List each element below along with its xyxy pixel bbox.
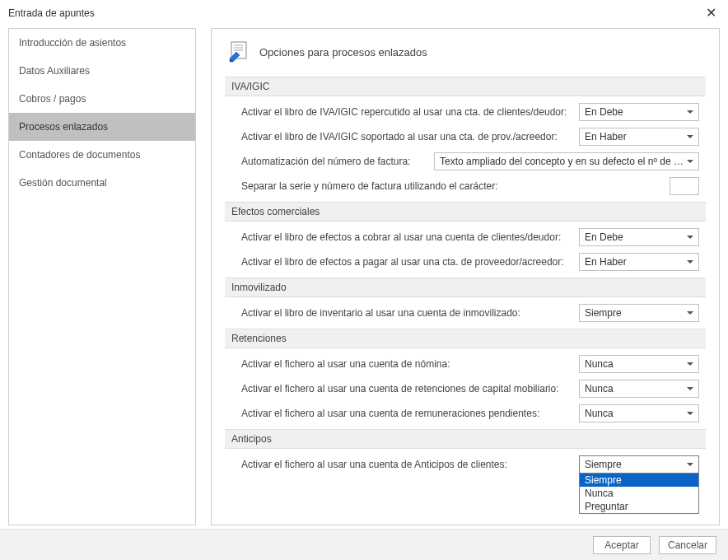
row-ret-capital: Activar el fichero al usar una cuenta de… (225, 376, 706, 401)
row-separador: Separar la serie y número de factura uti… (225, 174, 706, 198)
row-anticipos-clientes: Activar el fichero al usar una cuenta de… (225, 452, 706, 477)
row-efectos-pagar: Activar el libro de efectos a pagar al u… (225, 250, 706, 274)
section-header-iva: IVA/IGIC (225, 77, 706, 96)
combo-efectos-cobrar[interactable]: En Debe (579, 228, 699, 246)
sidebar-item-datos-auxiliares[interactable]: Datos Auxiliares (9, 57, 195, 85)
row-iva-repercutido: Activar el libro de IVA/IGIC repercutido… (225, 100, 706, 124)
main-header: Opciones para procesos enlazados (225, 40, 706, 63)
input-separador[interactable] (670, 177, 699, 195)
dropdown-item-preguntar[interactable]: Preguntar (580, 500, 698, 513)
combo-efectos-pagar[interactable]: En Haber (579, 253, 699, 271)
section-header-anticipos: Anticipos (225, 429, 706, 449)
label-iva-repercutido: Activar el libro de IVA/IGIC repercutido… (241, 106, 571, 118)
combo-anticipos-clientes[interactable]: Siempre Siempre Nunca Preguntar (579, 455, 699, 474)
sidebar-item-contadores[interactable]: Contadores de documentos (9, 141, 195, 169)
chevron-down-icon (687, 135, 693, 138)
row-ret-remun: Activar el fichero al usar una cuenta de… (225, 401, 706, 426)
combo-ret-remun[interactable]: Nunca (579, 404, 699, 422)
sidebar-item-introduccion[interactable]: Introducción de asientos (9, 29, 195, 57)
main-panel: Opciones para procesos enlazados IVA/IGI… (211, 28, 720, 525)
combo-iva-soportado[interactable]: En Haber (579, 128, 699, 146)
label-efectos-cobrar: Activar el libro de efectos a cobrar al … (241, 231, 571, 243)
chevron-down-icon (687, 387, 693, 390)
chevron-down-icon (687, 412, 693, 415)
cancel-button[interactable]: Cancelar (659, 536, 716, 554)
chevron-down-icon (687, 463, 693, 466)
window-title: Entrada de apuntes (8, 7, 95, 19)
titlebar: Entrada de apuntes ✕ (0, 0, 728, 25)
content-area: Introducción de asientos Datos Auxiliare… (0, 25, 728, 525)
chevron-down-icon (687, 110, 693, 114)
sidebar-item-procesos-enlazados[interactable]: Procesos enlazados (9, 113, 195, 141)
row-efectos-cobrar: Activar el libro de efectos a cobrar al … (225, 225, 706, 250)
footer: Aceptar Cancelar (0, 529, 728, 560)
label-ret-nomina: Activar el fichero al usar una cuenta de… (241, 358, 571, 370)
combo-autofactura[interactable]: Texto ampliado del concepto y en su defe… (434, 152, 699, 170)
accept-button[interactable]: Aceptar (593, 536, 651, 554)
label-autofactura: Automatización del número de factura: (241, 156, 410, 167)
section-header-retenciones: Retenciones (225, 329, 706, 348)
row-ret-nomina: Activar el fichero al usar una cuenta de… (225, 352, 706, 376)
sidebar-item-gestion-documental[interactable]: Gestión documental (9, 169, 195, 197)
section-header-inmovilizado: Inmovilizado (225, 278, 706, 297)
sidebar-item-cobros-pagos[interactable]: Cobros / pagos (9, 85, 195, 113)
dropdown-anticipos-clientes: Siempre Nunca Preguntar (579, 473, 699, 514)
combo-ret-nomina[interactable]: Nunca (579, 355, 699, 373)
row-inventario: Activar el libro de inventario al usar u… (225, 301, 706, 325)
chevron-down-icon (687, 362, 693, 366)
combo-ret-capital[interactable]: Nunca (579, 380, 699, 398)
dropdown-item-siempre[interactable]: Siempre (580, 474, 698, 487)
label-inventario: Activar el libro de inventario al usar u… (241, 307, 571, 319)
chevron-down-icon (687, 236, 693, 239)
row-iva-soportado: Activar el libro de IVA/IGIC soportado a… (225, 124, 706, 149)
combo-iva-repercutido[interactable]: En Debe (579, 103, 699, 121)
combo-inventario[interactable]: Siempre (579, 304, 699, 322)
section-header-efectos: Efectos comerciales (225, 202, 706, 222)
label-separador: Separar la serie y número de factura uti… (241, 180, 661, 192)
linked-process-icon (228, 40, 251, 63)
label-ret-capital: Activar el fichero al usar una cuenta de… (241, 383, 571, 394)
label-anticipos-clientes: Activar el fichero al usar una cuenta de… (241, 459, 571, 470)
sidebar: Introducción de asientos Datos Auxiliare… (8, 28, 196, 525)
label-iva-soportado: Activar el libro de IVA/IGIC soportado a… (241, 131, 571, 142)
dropdown-item-nunca[interactable]: Nunca (580, 487, 698, 500)
close-icon[interactable]: ✕ (702, 7, 720, 20)
chevron-down-icon (687, 160, 693, 163)
main-title: Opciones para procesos enlazados (259, 46, 427, 58)
label-ret-remun: Activar el fichero al usar una cuenta de… (241, 408, 571, 419)
chevron-down-icon (687, 311, 693, 315)
chevron-down-icon (687, 260, 693, 264)
label-efectos-pagar: Activar el libro de efectos a pagar al u… (241, 256, 571, 268)
row-autofactura: Automatización del número de factura: Te… (225, 149, 706, 174)
